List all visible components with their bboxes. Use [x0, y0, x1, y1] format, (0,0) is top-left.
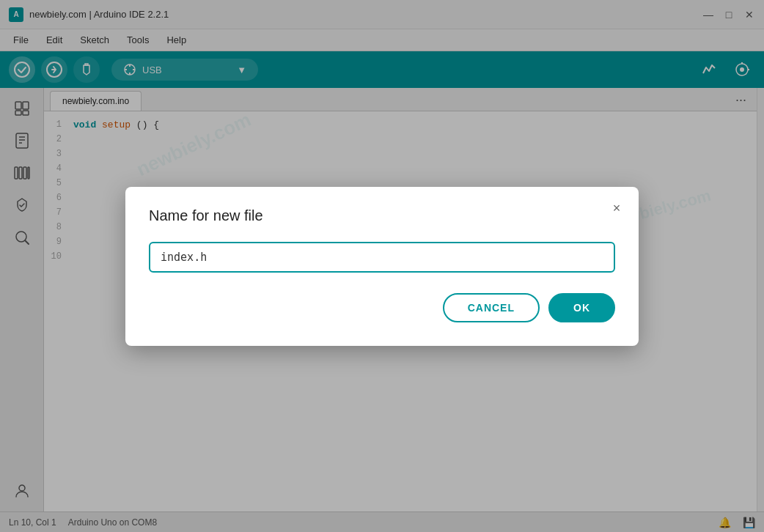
- ok-button[interactable]: OK: [548, 293, 615, 322]
- cancel-button[interactable]: CANCEL: [443, 293, 540, 322]
- dialog-title: Name for new file: [149, 207, 615, 224]
- dialog-close-button[interactable]: ×: [606, 199, 627, 219]
- dialog-overlay: Name for new file × CANCEL OK: [0, 0, 764, 532]
- dialog: Name for new file × CANCEL OK: [125, 187, 639, 346]
- filename-input[interactable]: [149, 242, 615, 273]
- dialog-buttons: CANCEL OK: [149, 293, 615, 322]
